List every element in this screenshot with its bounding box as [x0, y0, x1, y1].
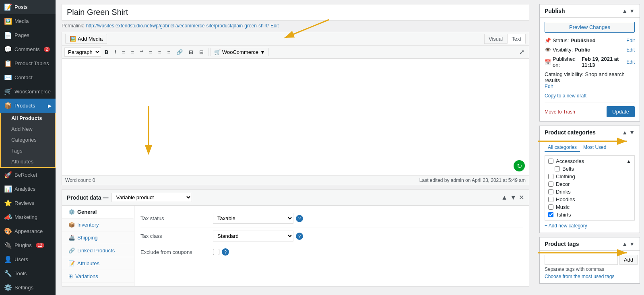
publish-header[interactable]: Publish ▲ ▼: [540, 4, 640, 18]
all-products-label: All Products: [11, 115, 42, 121]
status-edit-link[interactable]: Edit: [626, 38, 635, 43]
pd-tab-attributes[interactable]: 📝 Attributes: [62, 257, 134, 270]
product-tags-header[interactable]: Product tags ▲ ▼: [540, 237, 640, 251]
post-title-input[interactable]: [62, 4, 529, 21]
category-drinks-checkbox[interactable]: [548, 189, 553, 194]
cat-tab-most-used[interactable]: Most Used: [580, 143, 609, 152]
sidebar-item-marketing[interactable]: 📣 Marketing: [0, 210, 56, 224]
permalink-edit-link[interactable]: Edit: [270, 23, 279, 29]
pd-tab-general[interactable]: ⚙️ General: [62, 206, 134, 219]
pd-tab-inventory[interactable]: 📦 Inventory: [62, 219, 134, 231]
sidebar-item-reviews[interactable]: ⭐ Reviews: [0, 196, 56, 210]
align-center-button[interactable]: ≡: [156, 48, 164, 56]
sidebar-submenu-attributes[interactable]: Attributes: [1, 156, 55, 167]
sidebar-item-product-tables[interactable]: 📋 Product Tables: [0, 56, 56, 70]
add-category-link[interactable]: + Add new category: [545, 223, 587, 229]
blockquote-button[interactable]: ❝: [138, 48, 145, 56]
product-categories-header[interactable]: Product categories ▲ ▼: [540, 126, 640, 139]
ordered-list-button[interactable]: ≡: [129, 48, 137, 56]
published-edit-link[interactable]: Edit: [626, 59, 635, 65]
category-tshirts-checkbox[interactable]: [548, 212, 553, 217]
category-clothing-checkbox[interactable]: [548, 174, 553, 179]
tags-collapse-down[interactable]: ▼: [629, 241, 635, 247]
sidebar-item-woocommerce[interactable]: 🛒 WooCommerce: [0, 85, 56, 99]
sidebar-item-products[interactable]: 📦 Products ▶: [0, 99, 56, 113]
toolbar-separator: [208, 48, 208, 56]
panel-collapse-up-button[interactable]: ▲: [501, 194, 508, 201]
sidebar-item-pages[interactable]: 📄 Pages: [0, 28, 56, 42]
exclude-coupons-help[interactable]: ?: [222, 248, 229, 256]
category-decor-checkbox[interactable]: [548, 182, 553, 187]
sidebar-item-tools[interactable]: 🔧 Tools: [0, 266, 56, 281]
sidebar-submenu-all-products[interactable]: All Products: [1, 113, 55, 124]
sidebar-item-plugins[interactable]: 🔌 Plugins 12: [0, 238, 56, 252]
bold-button[interactable]: B: [102, 48, 111, 56]
categories-collapse-up[interactable]: ▲: [622, 129, 627, 136]
sidebar-item-label: Plugins: [14, 242, 32, 248]
product-type-select[interactable]: Variable product Simple product Grouped …: [111, 193, 192, 202]
cat-tab-all[interactable]: All categories: [545, 143, 580, 152]
sidebar-item-label: Appearance: [14, 228, 43, 234]
tax-status-select[interactable]: Taxable Shipping only None: [213, 213, 293, 224]
media-tabs-row: 🖼️ Add Media Visual Text: [62, 32, 529, 45]
sidebar-item-users[interactable]: 👤 Users: [0, 252, 56, 266]
status-value: Published: [570, 37, 595, 43]
visual-tab[interactable]: Visual: [484, 34, 507, 44]
pd-tab-shipping[interactable]: 🚢 Shipping: [62, 231, 134, 244]
permalink-url[interactable]: http://wpsites.extendstudio.net/wp/gabri…: [86, 23, 269, 29]
woocommerce-button[interactable]: 🛒 WooCommerce ▼: [211, 48, 269, 56]
sidebar-item-appearance[interactable]: 🎨 Appearance: [0, 224, 56, 238]
sidebar-item-posts[interactable]: 📝 Posts: [0, 0, 56, 14]
align-left-button[interactable]: ≡: [147, 48, 155, 56]
sidebar-submenu-tags[interactable]: Tags: [1, 145, 55, 156]
accessories-expand-icon[interactable]: ▲: [626, 159, 631, 164]
format-select[interactable]: Paragraph: [64, 47, 101, 57]
tags-collapse-up[interactable]: ▲: [622, 241, 627, 247]
category-music-checkbox[interactable]: [548, 204, 553, 210]
text-tab[interactable]: Text: [507, 34, 526, 44]
tag-add-button[interactable]: Add: [619, 255, 638, 265]
content-editable[interactable]: [66, 63, 525, 171]
sidebar-item-settings[interactable]: ⚙️ Settings: [0, 281, 56, 295]
visibility-edit-link[interactable]: Edit: [626, 47, 635, 53]
category-hoodies-checkbox[interactable]: [548, 197, 553, 202]
publish-title: Publish: [545, 8, 565, 14]
publish-collapse-down[interactable]: ▼: [629, 8, 635, 14]
update-button[interactable]: Update: [607, 106, 635, 117]
link-button[interactable]: 🔗: [174, 48, 185, 56]
italic-button[interactable]: I: [112, 48, 118, 56]
sidebar-item-comments[interactable]: 💬 Comments 2: [0, 42, 56, 56]
copy-draft-link[interactable]: Copy to a new draft: [545, 93, 586, 99]
pd-tab-variations[interactable]: ⊞ Variations: [62, 270, 134, 283]
toolbar-toggle-button[interactable]: ⊟: [197, 48, 206, 56]
panel-close-button[interactable]: ✕: [519, 194, 524, 201]
move-trash-link[interactable]: Move to Trash: [545, 109, 575, 115]
sidebar-submenu-add-new[interactable]: Add New: [1, 124, 55, 134]
tag-choose-link[interactable]: Choose from the most used tags: [545, 274, 614, 279]
tax-class-help[interactable]: ?: [296, 233, 303, 240]
tax-class-select[interactable]: Standard Reduced rate Zero rate: [213, 231, 293, 241]
tax-status-help[interactable]: ?: [296, 215, 303, 222]
sidebar-submenu-categories[interactable]: Categories: [1, 134, 55, 145]
categories-collapse-down[interactable]: ▼: [629, 129, 635, 136]
catalog-edit-link[interactable]: Edit: [545, 84, 553, 89]
sidebar-item-media[interactable]: 🖼️ Media: [0, 14, 56, 28]
panel-collapse-down-button[interactable]: ▼: [510, 194, 516, 201]
category-belts-checkbox[interactable]: [555, 166, 560, 171]
publish-collapse-up[interactable]: ▲: [622, 8, 627, 14]
category-accessories-checkbox[interactable]: [548, 159, 553, 164]
editor-refresh-button[interactable]: ↻: [514, 160, 525, 171]
sidebar-item-be-rocket[interactable]: 🚀 BeRocket: [0, 168, 56, 182]
editor-expand-button[interactable]: ⤢: [517, 47, 526, 57]
sidebar-item-analytics[interactable]: 📊 Analytics: [0, 182, 56, 196]
insert-more-button[interactable]: ⊞: [186, 48, 196, 56]
preview-changes-button[interactable]: Preview Changes: [545, 22, 635, 33]
sidebar-item-contact[interactable]: ✉️ Contact: [0, 70, 56, 85]
add-media-button[interactable]: 🖼️ Add Media: [65, 34, 107, 44]
category-belts-label: Belts: [562, 166, 574, 172]
align-right-button[interactable]: ≡: [165, 48, 173, 56]
tag-input[interactable]: [545, 255, 618, 265]
exclude-coupons-checkbox[interactable]: [213, 249, 219, 255]
unordered-list-button[interactable]: ≡: [120, 48, 128, 56]
pd-tab-linked-products[interactable]: 🔗 Linked Products: [62, 244, 134, 257]
